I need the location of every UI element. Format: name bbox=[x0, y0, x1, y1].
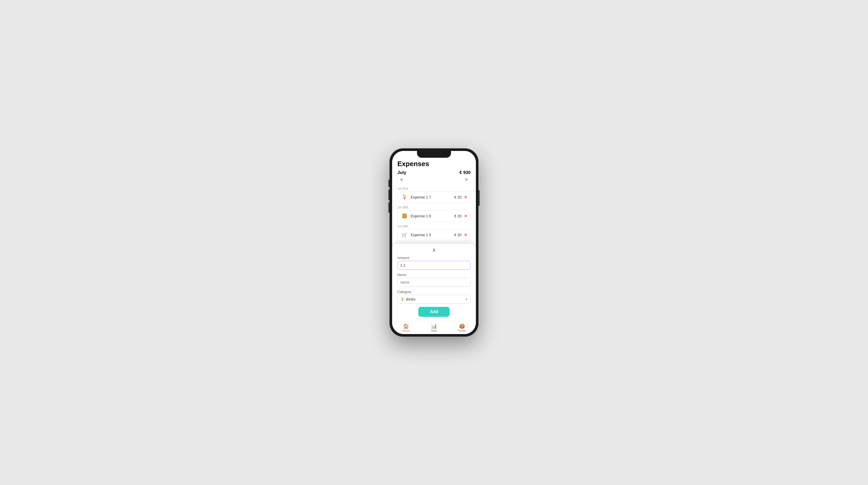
expense-amount-2: € 20 bbox=[455, 233, 462, 237]
bottom-nav: 🏠 Home 📊 Stats 🍪 Profile bbox=[392, 321, 476, 334]
stats-icon: 📊 bbox=[431, 323, 437, 329]
expense-group-1: Jul 30th 🍔 Expense 1 6 € 20 ✕ bbox=[397, 205, 471, 222]
delete-expense-2-button[interactable]: ✕ bbox=[464, 233, 467, 237]
category-select-wrapper: 🍹 drinks 🍔 food 🛒 shopping 🚗 transport o… bbox=[397, 295, 471, 304]
expense-name-2: Expense 1 5 bbox=[411, 233, 455, 237]
phone-frame: Expenses July € 930 < > Jul 31st 🍹 Expen… bbox=[390, 148, 478, 337]
screen: Expenses July € 930 < > Jul 31st 🍹 Expen… bbox=[392, 151, 476, 334]
expense-icon-2: 🛒 bbox=[401, 232, 408, 238]
home-icon: 🏠 bbox=[403, 323, 409, 329]
month-total: € 930 bbox=[459, 170, 471, 175]
amount-label: Amount bbox=[397, 256, 471, 260]
month-row: July € 930 bbox=[397, 170, 471, 175]
modal-close-button[interactable]: X bbox=[397, 248, 471, 253]
date-label-1: Jul 30th bbox=[397, 205, 471, 209]
nav-item-profile[interactable]: 🍪 Profile bbox=[448, 323, 476, 332]
nav-label-profile: Profile bbox=[458, 329, 466, 332]
category-select[interactable]: 🍹 drinks 🍔 food 🛒 shopping 🚗 transport o… bbox=[397, 295, 471, 304]
profile-icon: 🍪 bbox=[459, 323, 465, 329]
nav-item-stats[interactable]: 📊 Stats bbox=[420, 323, 448, 332]
phone-btn-vol-up bbox=[389, 190, 390, 200]
amount-form-group: Amount bbox=[397, 256, 471, 270]
name-form-group: Name bbox=[397, 273, 471, 287]
date-label-2: Jul 29th bbox=[397, 224, 471, 228]
category-form-group: Category 🍹 drinks 🍔 food 🛒 shopping 🚗 tr… bbox=[397, 290, 471, 304]
add-expense-button[interactable]: Add bbox=[418, 307, 450, 317]
date-label-0: Jul 31st bbox=[397, 187, 471, 190]
phone-btn-mute bbox=[389, 180, 390, 187]
nav-row: < > bbox=[397, 176, 471, 183]
next-month-button[interactable]: > bbox=[463, 176, 470, 183]
add-expense-modal: X Amount Name Category 🍹 drinks 🍔 food bbox=[392, 244, 476, 321]
expense-amount-0: € 20 bbox=[455, 195, 462, 199]
expense-group-0: Jul 31st 🍹 Expense 1 7 € 20 ✕ bbox=[397, 187, 471, 203]
nav-label-home: Home bbox=[403, 329, 410, 332]
phone-btn-power bbox=[478, 190, 479, 206]
page-title: Expenses bbox=[397, 160, 471, 168]
notch bbox=[417, 151, 451, 158]
name-label: Name bbox=[397, 273, 471, 277]
expense-icon-0: 🍹 bbox=[401, 194, 408, 200]
name-input[interactable] bbox=[397, 278, 471, 287]
table-row: 🍹 Expense 1 7 € 20 ✕ bbox=[397, 192, 471, 203]
nav-label-stats: Stats bbox=[431, 329, 437, 332]
amount-input[interactable] bbox=[397, 261, 471, 270]
delete-expense-1-button[interactable]: ✕ bbox=[464, 214, 467, 218]
month-label: July bbox=[397, 170, 406, 175]
expense-amount-1: € 20 bbox=[455, 214, 462, 218]
table-row: 🍔 Expense 1 6 € 20 ✕ bbox=[397, 210, 471, 222]
nav-item-home[interactable]: 🏠 Home bbox=[392, 323, 420, 332]
phone-btn-vol-down bbox=[389, 202, 390, 213]
expense-name-0: Expense 1 7 bbox=[411, 195, 455, 199]
table-row: 🛒 Expense 1 5 € 20 ✕ bbox=[397, 229, 471, 241]
expense-group-2: Jul 29th 🛒 Expense 1 5 € 20 ✕ bbox=[397, 224, 471, 241]
expense-name-1: Expense 1 6 bbox=[411, 214, 455, 218]
expense-icon-1: 🍔 bbox=[401, 213, 408, 219]
category-label: Category bbox=[397, 290, 471, 294]
prev-month-button[interactable]: < bbox=[398, 176, 405, 183]
delete-expense-0-button[interactable]: ✕ bbox=[464, 195, 467, 199]
phone-screen: Expenses July € 930 < > Jul 31st 🍹 Expen… bbox=[392, 151, 476, 334]
